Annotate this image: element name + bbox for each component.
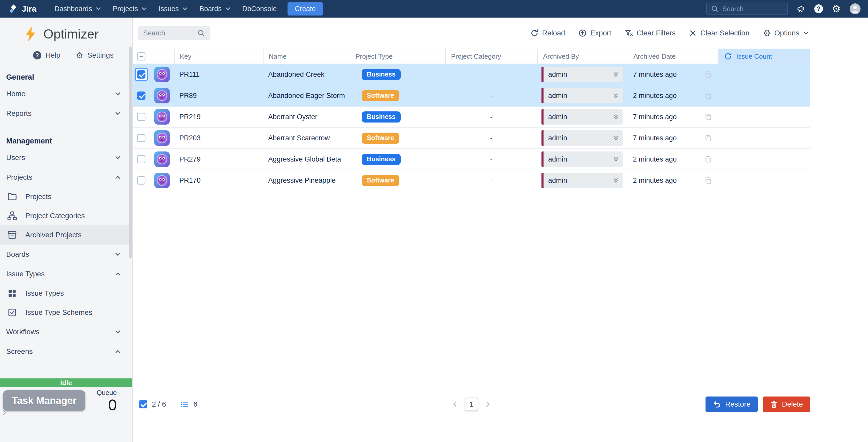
sidebar-item-boards[interactable]: Boards [0,244,132,264]
search-icon [197,29,205,37]
copy-icon[interactable] [704,92,712,99]
status-badge: Idle [0,378,132,387]
options-button[interactable]: ⚙ Options [763,29,809,37]
archived-by-dropdown[interactable]: admin [541,109,623,125]
archived-by-dropdown[interactable]: admin [541,67,623,82]
export-button[interactable]: Export [579,29,611,37]
row-checkbox[interactable] [133,170,150,191]
sidebar-item-project-categories[interactable]: Project Categories [0,206,132,226]
current-page[interactable]: 1 [465,397,478,411]
create-button[interactable]: Create [287,2,323,16]
archived-by-dropdown[interactable]: admin [541,88,623,104]
global-search-input[interactable] [722,5,783,13]
sidebar-scrollbar[interactable] [129,47,132,259]
next-page-button[interactable] [483,400,493,409]
archived-by-dropdown[interactable]: admin [541,151,623,167]
column-header-archived-by[interactable]: Archived By [537,49,628,64]
sidebar-item-issue-types[interactable]: Issue Types [0,284,132,303]
double-chevron-icon [612,113,619,120]
table-row-pr219[interactable]: PR219Aberrant OysterBusiness-admin7 minu… [133,107,810,128]
sidebar-item-workflows[interactable]: Workflows [0,322,132,342]
help-icon: ? [33,51,41,59]
task-manager-button[interactable]: Task Manager [3,390,85,411]
row-checkbox[interactable] [133,149,150,170]
cell-key: PR203 [174,128,263,148]
topnav-item-issues[interactable]: Issues [153,2,194,16]
select-all-checkbox[interactable] [133,49,150,64]
topnav-item-boards[interactable]: Boards [194,2,237,16]
column-header-issue-count[interactable]: Issue Count [718,49,810,64]
copy-icon[interactable] [704,177,712,184]
copy-icon[interactable] [704,70,712,78]
clear-filters-button[interactable]: Clear Filters [625,29,676,37]
copy-icon[interactable] [704,134,712,142]
gear-icon[interactable]: ⚙ [832,4,841,14]
topnav-item-projects[interactable]: Projects [107,2,153,16]
user-avatar[interactable] [849,3,861,14]
table-toolbar: Reload Export Clear Filters Clear Select… [133,18,868,49]
chevron-up-icon [115,271,121,277]
jira-logo-icon [8,4,18,14]
sidebar-item-issue-type-schemes[interactable]: Issue Type Schemes [0,303,132,322]
table-search[interactable] [138,26,210,40]
chevron-down-icon [182,6,188,12]
column-header-project-type[interactable]: Project Type [350,49,445,64]
top-navigation: Jira DashboardsProjectsIssuesBoardsDbCon… [0,0,868,18]
archived-by-dropdown[interactable]: admin [541,130,623,146]
copy-icon[interactable] [704,155,712,163]
project-type-badge: Business [362,69,401,80]
table-row-pr111[interactable]: PR111Abandoned CreekBusiness-admin7 minu… [133,64,810,85]
project-avatar [150,170,174,191]
column-header-archived-date[interactable]: Archived Date [628,49,718,64]
table-row-pr170[interactable]: PR170Aggressive PineappleSoftware-admin2… [133,170,810,191]
table-row-pr279[interactable]: PR279Aggressive Global BetaBusiness-admi… [133,149,810,170]
cell-key: PR89 [174,85,263,106]
topnav-item-dashboards[interactable]: Dashboards [49,2,107,16]
settings-link[interactable]: ⚙ Settings [76,51,114,59]
cell-key: PR111 [174,64,263,85]
sidebar-item-projects[interactable]: Projects [0,187,132,206]
sidebar-item-archived-projects[interactable]: Archived Projects [0,226,132,244]
help-link[interactable]: ? Help [33,51,60,59]
clear-selection-button[interactable]: Clear Selection [689,29,749,37]
jira-logo[interactable]: Jira [8,4,36,14]
table-row-pr203[interactable]: PR203Aberrant ScarecrowSoftware-admin7 m… [133,128,810,149]
table-search-input[interactable] [143,29,197,37]
table-footer: 2 / 6 6 1 Restore Delete [133,391,868,442]
column-header-key[interactable]: Key [174,49,263,64]
column-header-avatar [150,49,174,64]
footer-counters: 2 / 6 6 [139,396,197,412]
project-type-badge: Business [362,154,401,165]
cell-project-type: Software [350,128,445,148]
sidebar-item-home[interactable]: Home [0,84,132,104]
row-checkbox[interactable] [133,107,150,127]
row-checkbox[interactable] [133,85,150,106]
global-search[interactable] [706,3,788,15]
delete-button[interactable]: Delete [763,396,810,412]
hierarchy-icon [7,211,17,221]
announcements-icon[interactable] [797,4,805,13]
clear-filters-icon [625,29,633,37]
column-header-name[interactable]: Name [263,49,350,64]
chevron-down-icon [115,91,121,97]
cell-project-type: Business [350,107,445,127]
sidebar-item-users[interactable]: Users [0,148,132,168]
app-header: Optimizer [0,18,132,42]
copy-icon[interactable] [704,113,712,121]
table-row-pr89[interactable]: PR89Abandoned Eager StormSoftware-admin2… [133,85,810,107]
help-icon[interactable]: ? [814,4,823,13]
reload-button[interactable]: Reload [530,29,565,37]
row-checkbox[interactable] [133,128,150,148]
archived-by-dropdown[interactable]: admin [541,173,623,188]
sidebar-item-screens[interactable]: Screens [0,342,132,361]
row-checkbox[interactable] [133,64,150,85]
queue-count: 0 [97,397,117,413]
topnav-item-dbconsole[interactable]: DbConsole [237,2,283,16]
sidebar-item-projects[interactable]: Projects [0,168,132,187]
sidebar-item-reports[interactable]: Reports [0,104,132,123]
column-header-project-category[interactable]: Project Category [445,49,537,64]
sidebar-item-issue-types[interactable]: Issue Types [0,264,132,284]
project-type-badge: Software [362,90,399,101]
restore-button[interactable]: Restore [706,396,758,412]
prev-page-button[interactable] [450,400,460,409]
